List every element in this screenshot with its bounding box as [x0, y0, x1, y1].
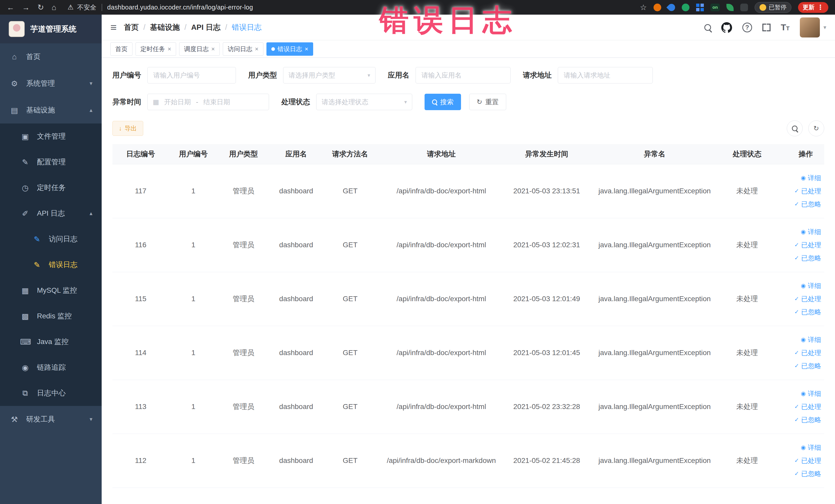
github-icon[interactable]	[721, 22, 732, 33]
cell-method: GET	[323, 380, 377, 434]
user-id-input[interactable]	[147, 67, 236, 83]
reset-button[interactable]: ↻ 重置	[469, 94, 506, 110]
ignored-link[interactable]: ✓已忽略	[794, 200, 821, 209]
sidebar-item-infrastructure[interactable]: ▤ 基础设施 ▴	[0, 97, 102, 123]
processed-link[interactable]: ✓已处理	[794, 295, 821, 303]
sidebar-item-system-management[interactable]: ⚙ 系统管理 ▾	[0, 70, 102, 97]
tab-error-log[interactable]: 错误日志 ×	[266, 42, 313, 56]
kebab-menu-icon[interactable]: ⋮	[817, 3, 824, 11]
processed-link[interactable]: ✓已处理	[794, 241, 821, 249]
ignored-link[interactable]: ✓已忽略	[794, 416, 821, 424]
refresh-icon: ↻	[477, 98, 482, 106]
sidebar-item-home[interactable]: ⌂ 首页	[0, 43, 102, 70]
detail-link[interactable]: ◉详细	[801, 227, 821, 237]
refresh-icon: ↻	[813, 124, 819, 133]
sidebar-item-log-center[interactable]: ⧉ 日志中心	[0, 380, 102, 406]
extension-icon-dark[interactable]	[740, 4, 748, 11]
ignored-link[interactable]: ✓已忽略	[794, 308, 821, 317]
extension-icon-grid[interactable]	[696, 4, 704, 11]
sidebar-item-config-management[interactable]: ✎ 配置管理	[0, 149, 102, 175]
forward-icon[interactable]: →	[22, 3, 30, 12]
processed-link[interactable]: ✓已处理	[794, 187, 821, 196]
sidebar-item-access-log[interactable]: ✎ 访问日志	[0, 226, 102, 252]
close-icon[interactable]: ×	[211, 46, 215, 52]
help-icon[interactable]: ?	[742, 23, 752, 32]
breadcrumb-item[interactable]: 首页	[124, 22, 139, 33]
gear-icon: ⚙	[9, 79, 20, 88]
detail-link[interactable]: ◉详细	[801, 389, 821, 398]
sidebar-item-label: 错误日志	[49, 260, 78, 269]
tab-label: 访问日志	[228, 45, 252, 53]
fullscreen-icon[interactable]	[762, 24, 771, 31]
bookmark-star-icon[interactable]: ☆	[640, 3, 647, 12]
hamburger-icon[interactable]: ≡	[110, 21, 117, 34]
extension-icon-green[interactable]	[682, 4, 690, 11]
sidebar-item-redis-monitor[interactable]: ▩ Redis 监控	[0, 303, 102, 329]
back-icon[interactable]: ←	[7, 3, 14, 12]
close-icon[interactable]: ×	[255, 46, 259, 52]
chevron-down-icon: ▾	[823, 24, 826, 31]
ignored-link[interactable]: ✓已忽略	[794, 469, 821, 478]
tab-scheduled-tasks[interactable]: 定时任务 ×	[136, 42, 176, 56]
sidebar-item-java-monitor[interactable]: ⌨ Java 监控	[0, 329, 102, 355]
sidebar-item-dev-tools[interactable]: ⚒ 研发工具 ▾	[0, 406, 102, 432]
sidebar-item-trace[interactable]: ◉ 链路追踪	[0, 355, 102, 380]
user-menu[interactable]: ▾	[800, 18, 826, 38]
cell-time: 2021-05-03 23:13:51	[506, 164, 588, 218]
avatar	[800, 18, 820, 38]
tab-home[interactable]: 首页	[110, 42, 133, 56]
table-toolbar: ↓ 导出 ↻	[113, 120, 824, 136]
extension-icon-leaf[interactable]	[727, 4, 734, 11]
detail-link[interactable]: ◉详细	[801, 174, 821, 183]
cell-log-id: 115	[113, 272, 169, 326]
close-icon[interactable]: ×	[168, 46, 171, 52]
extension-icon-drop[interactable]	[666, 2, 677, 13]
font-size-icon[interactable]: TT	[781, 22, 790, 32]
app-name-input[interactable]	[415, 67, 511, 83]
sidebar-item-scheduled-tasks[interactable]: ◷ 定时任务	[0, 175, 102, 201]
close-icon[interactable]: ×	[305, 46, 308, 52]
search-icon[interactable]	[704, 24, 711, 31]
extension-icon-orange[interactable]	[653, 4, 661, 11]
ignored-link[interactable]: ✓已忽略	[794, 362, 821, 370]
calendar-icon: ▦	[153, 98, 159, 106]
tab-job-log[interactable]: 调度日志 ×	[179, 42, 220, 56]
sidebar-item-api-logs[interactable]: ✐ API 日志 ▴	[0, 201, 102, 226]
search-toggle-button[interactable]	[787, 120, 803, 136]
processed-link[interactable]: ✓已处理	[794, 402, 821, 411]
sidebar-item-file-management[interactable]: ▣ 文件管理	[0, 123, 102, 149]
action-label: 详细	[808, 281, 821, 290]
address-bar[interactable]: ⚠ 不安全 dashboard.yudao.iocoder.cn/infra/l…	[67, 3, 253, 12]
user-type-select[interactable]: 请选择用户类型 ▾	[283, 67, 375, 83]
browser-home-icon[interactable]: ⌂	[52, 3, 56, 12]
sidebar-item-label: 链路追踪	[37, 363, 66, 372]
ignored-link[interactable]: ✓已忽略	[794, 254, 821, 263]
tab-access-log[interactable]: 访问日志 ×	[223, 42, 263, 56]
select-placeholder: 请选择处理状态	[322, 98, 368, 106]
app-logo[interactable]: 芋道管理系统	[0, 15, 102, 43]
date-range-picker[interactable]: ▦ 开始日期 - 结束日期	[147, 94, 269, 110]
paused-badge[interactable]: 已暂停	[755, 2, 791, 13]
detail-link[interactable]: ◉详细	[801, 335, 821, 344]
cell-time: 2021-05-03 12:01:49	[506, 272, 588, 326]
request-url-input[interactable]	[558, 67, 653, 83]
filter-row-2: 异常时间 ▦ 开始日期 - 结束日期 处理状态 请选择处理状态 ▾	[113, 94, 824, 110]
check-icon: ✓	[794, 417, 799, 423]
breadcrumb-item[interactable]: API 日志	[191, 22, 221, 33]
detail-link[interactable]: ◉详细	[801, 281, 821, 290]
process-status-select[interactable]: 请选择处理状态 ▾	[316, 94, 412, 110]
update-button[interactable]: 更新 ⋮	[798, 2, 828, 13]
processed-link[interactable]: ✓已处理	[794, 348, 821, 357]
reload-icon[interactable]: ↻	[38, 3, 44, 12]
detail-link[interactable]: ◉详细	[801, 443, 821, 452]
sidebar-item-mysql-monitor[interactable]: ▦ MySQL 监控	[0, 278, 102, 303]
export-button[interactable]: ↓ 导出	[113, 121, 143, 136]
breadcrumb-item[interactable]: 基础设施	[150, 22, 180, 33]
refresh-button[interactable]: ↻	[808, 120, 824, 136]
cell-app-name: dashboard	[269, 164, 323, 218]
extension-icon-on-badge[interactable]: on	[711, 4, 720, 11]
search-button[interactable]: 搜索	[425, 94, 461, 110]
sidebar-item-error-log[interactable]: ✎ 错误日志	[0, 252, 102, 278]
processed-link[interactable]: ✓已处理	[794, 456, 821, 465]
tab-label: 定时任务	[140, 45, 165, 53]
